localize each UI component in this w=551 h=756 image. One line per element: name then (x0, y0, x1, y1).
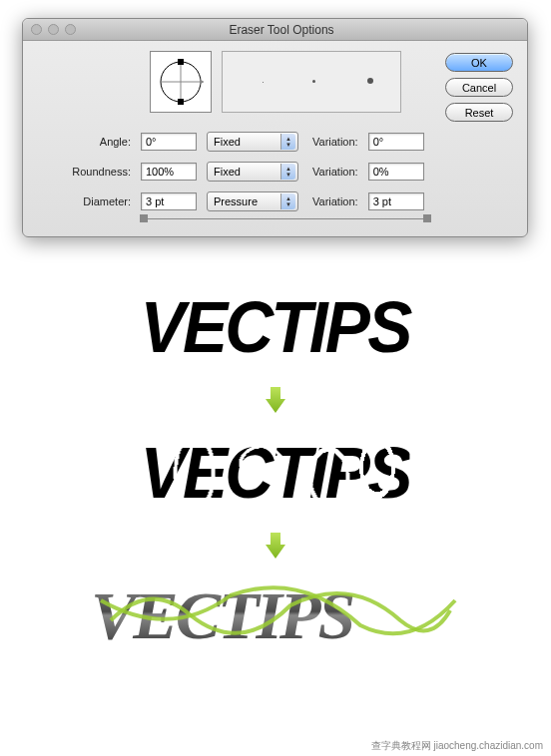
dialog-title: Eraser Tool Options (76, 23, 487, 37)
svg-marker-6 (266, 387, 285, 413)
angle-var-label: Variation: (312, 136, 358, 148)
sample-text-plain: VECTIPS (141, 279, 410, 375)
angle-mode-value: Fixed (214, 136, 241, 148)
svg-rect-4 (178, 59, 184, 65)
arrow-down-icon (264, 531, 287, 561)
svg-rect-5 (178, 99, 184, 105)
updown-icon: ▲▼ (280, 193, 295, 209)
ok-button[interactable]: OK (445, 53, 513, 72)
roundness-label: Roundness: (35, 166, 131, 178)
roundness-mode-value: Fixed (214, 166, 241, 178)
minimize-dot[interactable] (48, 24, 59, 35)
updown-icon: ▲▼ (280, 164, 295, 180)
diameter-mode-value: Pressure (214, 195, 258, 207)
slider-handle-max[interactable] (423, 214, 431, 222)
arrow-down-icon (264, 385, 287, 415)
slider-handle-min[interactable] (140, 214, 148, 222)
diameter-var-input[interactable] (368, 192, 424, 210)
angle-input[interactable] (141, 133, 197, 151)
diameter-slider[interactable] (140, 214, 431, 224)
close-dot[interactable] (31, 24, 42, 35)
svg-marker-3 (200, 79, 204, 85)
angle-circle-icon (156, 57, 206, 107)
sample-text-styled: VECTIPS (91, 570, 460, 662)
sample-text-erased: VECTIPS (141, 425, 410, 521)
roundness-var-input[interactable] (368, 163, 424, 181)
updown-icon: ▲▼ (280, 134, 295, 150)
diameter-input[interactable] (141, 192, 197, 210)
roundness-input[interactable] (141, 163, 197, 181)
tutorial-result: VECTIPS VECTIPS VECTIPS (0, 279, 551, 662)
svg-marker-7 (266, 533, 285, 559)
diameter-mode-dropdown[interactable]: Pressure ▲▼ (207, 191, 298, 211)
angle-label: Angle: (35, 136, 131, 148)
window-controls (31, 24, 76, 35)
brush-preview (222, 51, 401, 113)
angle-editor[interactable] (150, 51, 212, 113)
reset-button[interactable]: Reset (445, 103, 513, 122)
watermark: 查字典教程网 jiaocheng.chazidian.com (367, 738, 547, 754)
cancel-button[interactable]: Cancel (445, 78, 513, 97)
eraser-tool-dialog: Eraser Tool Options OK Can (22, 18, 528, 237)
roundness-var-label: Variation: (312, 166, 358, 178)
angle-var-input[interactable] (368, 133, 424, 151)
roundness-mode-dropdown[interactable]: Fixed ▲▼ (207, 162, 298, 182)
diameter-label: Diameter: (35, 195, 131, 207)
angle-mode-dropdown[interactable]: Fixed ▲▼ (207, 132, 298, 152)
diameter-var-label: Variation: (312, 195, 358, 207)
zoom-dot[interactable] (65, 24, 76, 35)
title-bar: Eraser Tool Options (23, 19, 527, 41)
